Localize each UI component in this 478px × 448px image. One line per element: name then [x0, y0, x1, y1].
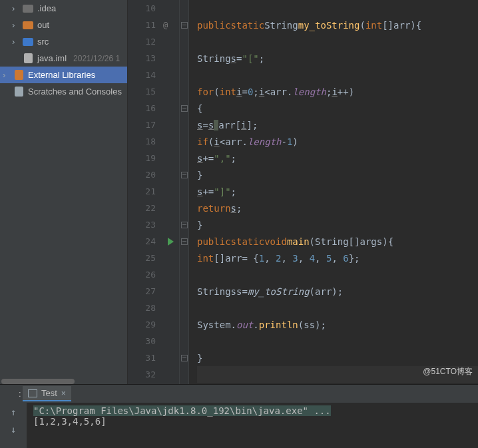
console-tabbar: : Test ×: [0, 385, 478, 403]
line-number: 18: [128, 133, 162, 150]
line-number: 17: [128, 116, 162, 133]
tree-item-label: out: [37, 20, 49, 30]
tree-item-label: java.iml: [37, 53, 67, 63]
fold-icon[interactable]: [181, 105, 188, 112]
line-number: 31: [128, 349, 162, 366]
fold-icon[interactable]: [181, 222, 188, 228]
console-line: [1,2,3,4,5,6]: [33, 416, 107, 427]
vcs-change-icon: @: [163, 21, 168, 30]
line-number: 26: [128, 266, 162, 283]
code-line[interactable]: [197, 300, 478, 316]
code-line[interactable]: for(int i=0;i<arr.length;i++): [197, 83, 478, 100]
folder-icon: [23, 3, 33, 14]
credit-watermark: @51CTO博客: [423, 366, 473, 377]
code-line[interactable]: s=sarr[i];: [197, 116, 478, 133]
code-line[interactable]: String s="[";: [197, 50, 478, 67]
tree-item-src[interactable]: › src: [0, 33, 127, 50]
code-line[interactable]: String ss=my_toString(arr);: [197, 283, 478, 300]
chevron-right-icon: ›: [12, 20, 19, 30]
code-line[interactable]: s+="]";: [197, 183, 478, 200]
code-line[interactable]: if(i<arr.length-1): [197, 133, 478, 150]
line-number: 32: [128, 366, 162, 383]
line-number: 29: [128, 316, 162, 333]
code-line[interactable]: [197, 333, 478, 349]
line-number: 25: [128, 250, 162, 266]
app-root: › .idea › out › src › java.iml 2021/12/2…: [0, 0, 478, 448]
scroll-up-icon[interactable]: ↑: [11, 407, 16, 417]
line-number: 30: [128, 333, 162, 349]
line-number: 11: [128, 17, 162, 33]
line-number: 10: [128, 0, 162, 17]
code-line[interactable]: s+=",";: [197, 150, 478, 166]
code-line[interactable]: {: [197, 100, 478, 116]
run-icon[interactable]: [168, 238, 174, 246]
tree-item-label: Scratches and Consoles: [28, 87, 122, 97]
line-number: 16: [128, 100, 162, 116]
line-number: 14: [128, 67, 162, 83]
line-number: 12: [128, 33, 162, 50]
code-line[interactable]: int[] arr = {1, 2, 3, 4, 5, 6};: [197, 250, 478, 266]
console-tab-test[interactable]: Test ×: [23, 386, 71, 401]
code-line[interactable]: [197, 33, 478, 50]
code-line[interactable]: [197, 266, 478, 283]
console-command: "C:\Program Files\Java\jdk1.8.0_192\bin\…: [33, 405, 331, 416]
tree-item-external-libs[interactable]: › External Libraries: [0, 67, 127, 83]
fold-icon[interactable]: [181, 22, 188, 29]
library-icon: [13, 70, 24, 81]
line-number: 20: [128, 166, 162, 183]
console-body: ↑ ↓ "C:\Program Files\Java\jdk1.8.0_192\…: [0, 403, 478, 448]
tree-item-label: External Libraries: [28, 70, 95, 80]
console-toolbar: ↑ ↓: [0, 403, 27, 448]
chevron-right-icon: ›: [3, 70, 9, 80]
console-output[interactable]: "C:\Program Files\Java\jdk1.8.0_192\bin\…: [27, 403, 478, 448]
tab-label: Test: [41, 388, 57, 398]
line-number: 28: [128, 300, 162, 316]
main-area: › .idea › out › src › java.iml 2021/12/2…: [0, 0, 478, 384]
fold-icon[interactable]: [181, 355, 188, 361]
line-number: 23: [128, 216, 162, 233]
chevron-right-icon: ›: [12, 37, 19, 47]
code-line[interactable]: [197, 0, 478, 17]
tree-item-idea[interactable]: › .idea: [0, 0, 127, 17]
line-number: 27: [128, 283, 162, 300]
tree-item-out[interactable]: › out: [0, 17, 127, 33]
scratch-icon: [13, 87, 24, 97]
line-number: 22: [128, 200, 162, 216]
file-icon: [23, 53, 33, 64]
line-number: 15: [128, 83, 162, 100]
line-number: 13: [128, 50, 162, 67]
code-line[interactable]: [197, 67, 478, 83]
code-line[interactable]: }: [197, 166, 478, 183]
chevron-right-icon: ›: [12, 3, 19, 13]
folder-icon: [23, 20, 33, 31]
close-icon[interactable]: ×: [61, 389, 66, 398]
code-line[interactable]: }: [197, 216, 478, 233]
line-number: 24: [128, 233, 162, 250]
tree-item-meta: 2021/12/26 1: [73, 54, 120, 63]
folder-icon: [23, 37, 33, 47]
tree-item-label: src: [37, 37, 49, 47]
line-gutter: 10 11 12 13 14 15 16 17 18 19 20 21 22 2…: [128, 0, 162, 384]
sidebar-scrollbar[interactable]: [0, 379, 127, 384]
fold-icon[interactable]: [181, 172, 188, 178]
code-editor[interactable]: 10 11 12 13 14 15 16 17 18 19 20 21 22 2…: [128, 0, 478, 384]
run-gutter: @: [162, 0, 180, 384]
code-line[interactable]: return s;: [197, 200, 478, 216]
tree-item-label: .idea: [37, 3, 56, 13]
text-caret: [214, 120, 218, 130]
run-panel: : Test × ↑ ↓ "C:\Program Files\Java\jdk1…: [0, 384, 478, 448]
line-number: 19: [128, 150, 162, 166]
code-line[interactable]: System.out.println(ss);: [197, 316, 478, 333]
stack-icon: [28, 389, 37, 397]
scroll-down-icon[interactable]: ↓: [11, 424, 16, 435]
code-line[interactable]: }: [197, 349, 478, 366]
fold-gutter: [180, 0, 189, 384]
line-number: 21: [128, 183, 162, 200]
fold-icon[interactable]: [181, 238, 188, 245]
code-line[interactable]: public static void main(String[] args) {: [197, 233, 478, 250]
code-body[interactable]: public static String my_toString(int[] a…: [189, 0, 478, 384]
project-sidebar: › .idea › out › src › java.iml 2021/12/2…: [0, 0, 128, 384]
tree-item-scratches[interactable]: › Scratches and Consoles: [0, 83, 127, 100]
tree-item-iml[interactable]: › java.iml 2021/12/26 1: [0, 50, 127, 67]
code-line[interactable]: public static String my_toString(int[] a…: [197, 17, 478, 33]
